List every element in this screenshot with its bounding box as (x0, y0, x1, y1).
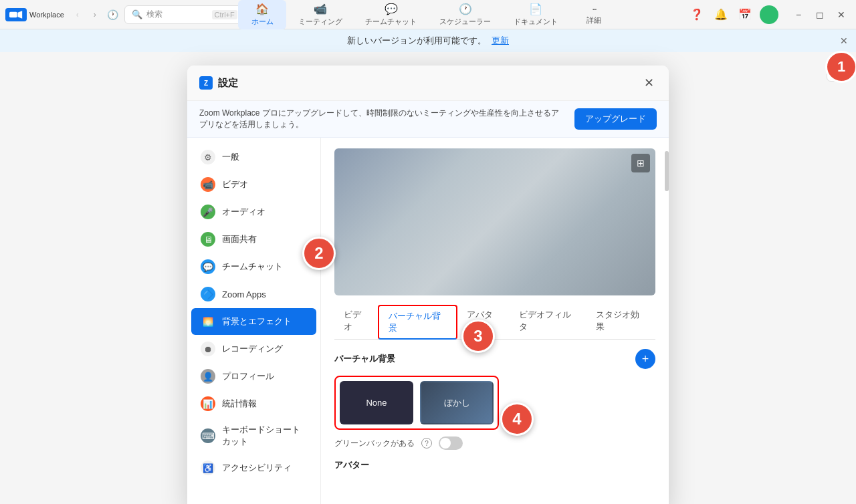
sidebar-item-recording[interactable]: ⏺ レコーディング (191, 336, 316, 362)
sidebar-item-video[interactable]: 📹 ビデオ (191, 171, 316, 198)
accessibility-icon: ♿ (201, 461, 215, 475)
tab-video-label: ビデオ (344, 309, 361, 332)
sidebar-share-label: 画面共有 (222, 233, 257, 245)
general-icon: ⚙ (201, 150, 215, 164)
tab-video[interactable]: ビデオ (334, 305, 378, 340)
title-bar-right: ❓ 🔔 📅 − ◻ ✕ (687, 5, 851, 24)
sidebar-accessibility-label: アクセシビリティ (222, 462, 292, 474)
bg-option-blur[interactable]: ぼかし (420, 381, 494, 424)
tab-studio[interactable]: スタジオ効果 (586, 305, 655, 340)
update-banner: 新しいバージョンが利用可能です。 更新 ✕ (0, 29, 856, 52)
tab-document[interactable]: 📄 ドキュメント (503, 0, 568, 29)
sidebar-item-apps[interactable]: 🔷 Zoom Apps (191, 281, 316, 307)
annotation-badge-2-wrapper: 2 (302, 237, 336, 270)
scrollbar-thumb[interactable] (665, 151, 669, 191)
minimize-button[interactable]: − (789, 5, 808, 24)
banner-close-button[interactable]: ✕ (840, 35, 848, 46)
tab-virtual-bg[interactable]: バーチャル背景 (378, 305, 457, 340)
close-button[interactable]: ✕ (832, 5, 851, 24)
search-bar[interactable]: 🔍 検索 Ctrl+F (124, 5, 245, 24)
document-icon: 📄 (529, 3, 542, 15)
background-icon: 🌅 (201, 314, 215, 329)
screen-capture-icon[interactable]: ⊞ (631, 154, 650, 172)
meeting-icon: 📹 (314, 3, 327, 15)
tab-document-label: ドキュメント (514, 17, 558, 27)
history-button[interactable]: 🕐 (106, 7, 120, 22)
scheduler-icon: 🕐 (459, 3, 472, 15)
apps-icon: 🔷 (201, 287, 215, 301)
annotation-badge-4: 4 (500, 402, 534, 436)
greenback-help-icon[interactable]: ? (421, 438, 432, 449)
tab-more[interactable]: ··· 詳細 (570, 1, 618, 28)
stats-icon: 📊 (201, 396, 215, 411)
upgrade-button[interactable]: アップグレード (574, 108, 657, 130)
window-controls: − ◻ ✕ (789, 5, 851, 24)
tab-scheduler-label: スケジューラー (439, 17, 491, 27)
tab-teamchat[interactable]: 💬 チームチャット (354, 0, 427, 29)
sidebar-recording-label: レコーディング (222, 343, 283, 355)
sidebar-item-general[interactable]: ⚙ 一般 (191, 144, 316, 170)
sidebar-item-background[interactable]: 🌅 背景とエフェクト (191, 308, 316, 335)
sidebar-item-stats[interactable]: 📊 統計情報 (191, 390, 316, 417)
avatar-section-title: アバター (334, 459, 655, 471)
sidebar-audio-label: オーディオ (222, 206, 265, 218)
zoom-logo-icon (5, 8, 27, 21)
settings-content: ⊞ ビデオ バーチャル背景 アバター (321, 138, 669, 504)
tab-home-label: ホーム (251, 17, 274, 27)
bg-option-none[interactable]: None (340, 381, 413, 424)
virtual-bg-section-header: バーチャル背景 + (334, 349, 655, 369)
add-background-button[interactable]: + (635, 349, 655, 369)
settings-modal: Z 設定 ✕ Zoom Workplace プロにアップグレードして、時間制限の… (187, 66, 669, 504)
sidebar-item-chat[interactable]: 💬 チームチャット (191, 253, 316, 280)
scrollbar-track[interactable] (665, 138, 669, 504)
bg-options-container: None ぼかし (334, 376, 499, 430)
greenback-label: グリーンバックがある (334, 438, 415, 449)
more-icon: ··· (592, 3, 596, 14)
sidebar-apps-label: Zoom Apps (222, 289, 266, 299)
sidebar-video-label: ビデオ (222, 178, 248, 191)
tab-meeting-label: ミーティング (298, 17, 342, 27)
keyboard-icon: ⌨ (201, 428, 215, 443)
modal-close-button[interactable]: ✕ (641, 75, 657, 91)
upgrade-banner: Zoom Workplace プロにアップグレードして、時間制限のないミーティン… (187, 101, 669, 138)
sidebar-item-accessibility[interactable]: ♿ アクセシビリティ (191, 455, 316, 481)
tab-scheduler[interactable]: 🕐 スケジューラー (429, 0, 502, 29)
sidebar-chat-label: チームチャット (222, 261, 283, 273)
tab-virtual-bg-label: バーチャル背景 (389, 311, 441, 333)
update-link[interactable]: 更新 (492, 35, 509, 47)
zoom-logo: Workplace (5, 8, 64, 21)
video-icon: 📹 (201, 177, 215, 192)
calendar-icon[interactable]: 📅 (736, 5, 754, 24)
home-icon: 🏠 (255, 3, 269, 15)
avatar[interactable] (760, 5, 778, 24)
forward-button[interactable]: › (88, 8, 102, 21)
title-bar-left: Workplace ‹ › 🕐 🔍 検索 Ctrl+F (5, 5, 245, 24)
main-area: ⚙ 1 2 3 4 Z 設定 ✕ Zoom Workplace プロにアップグレ… (0, 52, 856, 504)
sidebar-item-audio[interactable]: 🎤 オーディオ (191, 199, 316, 225)
annotation-badge-3: 3 (461, 320, 495, 353)
tab-meeting[interactable]: 📹 ミーティング (288, 0, 353, 29)
recording-icon: ⏺ (201, 342, 215, 356)
sidebar-item-share[interactable]: 🖥 画面共有 (191, 226, 316, 253)
modal-body: ⚙ 一般 📹 ビデオ 🎤 オーディオ 🖥 画面共有 (187, 138, 669, 504)
modal-header-icon: Z (199, 76, 213, 90)
tab-more-label: 詳細 (586, 15, 601, 25)
sidebar-item-keyboard[interactable]: ⌨ キーボードショートカット (191, 418, 316, 454)
update-text: 新しいバージョンが利用可能です。 (347, 35, 486, 47)
app-title: Workplace (29, 11, 64, 19)
tab-video-filter[interactable]: ビデオフィルタ (510, 305, 586, 340)
tab-home[interactable]: 🏠 ホーム (238, 0, 286, 29)
sidebar-general-label: 一般 (222, 151, 239, 163)
upgrade-text: Zoom Workplace プロにアップグレードして、時間制限のないミーティン… (199, 108, 566, 130)
greenback-toggle[interactable] (439, 436, 463, 450)
greenback-toggle-row: グリーンバックがある ? (334, 436, 655, 450)
maximize-button[interactable]: ◻ (811, 5, 829, 24)
notification-icon[interactable]: 🔔 (712, 5, 730, 24)
help-icon[interactable]: ❓ (687, 5, 706, 24)
sidebar-keyboard-label: キーボードショートカット (222, 424, 307, 448)
back-button[interactable]: ‹ (71, 8, 84, 21)
bg-blur-label: ぼかし (444, 397, 470, 409)
video-preview: ⊞ (334, 148, 655, 295)
sidebar-item-profile[interactable]: 👤 プロフィール (191, 363, 316, 390)
modal-title: 設定 (218, 77, 238, 90)
